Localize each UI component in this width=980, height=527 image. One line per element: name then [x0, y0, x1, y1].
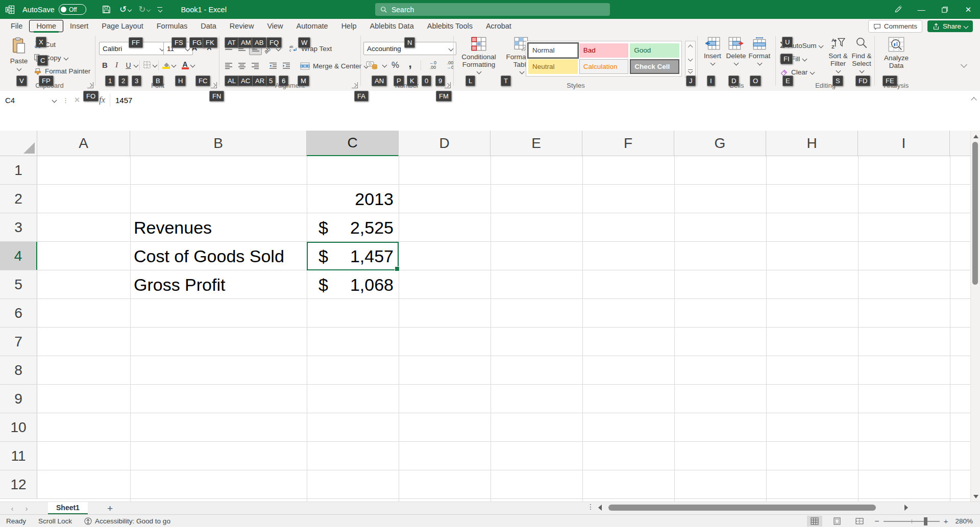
autosave-toggle[interactable]: Off: [59, 4, 86, 15]
tab-acrobat[interactable]: Acrobat: [479, 20, 518, 32]
tab-split-handle[interactable]: ⋮: [587, 503, 595, 511]
merge-center-button[interactable]: Merge & Center: [300, 59, 368, 72]
name-box-dropdown-icon[interactable]: [52, 97, 57, 103]
style-good[interactable]: Good: [630, 43, 679, 58]
alignment-dialog-launcher[interactable]: [352, 82, 358, 88]
select-all-corner[interactable]: [0, 131, 37, 156]
column-header-f[interactable]: F: [582, 131, 674, 156]
zoom-in-icon[interactable]: +: [944, 517, 948, 525]
row-header-9[interactable]: 9: [0, 385, 37, 413]
vertical-scroll-thumb[interactable]: [972, 142, 978, 285]
new-sheet-button[interactable]: +: [107, 503, 113, 514]
scroll-right-icon[interactable]: [904, 505, 908, 511]
delete-cells-button[interactable]: Delete: [725, 37, 747, 65]
borders-button[interactable]: [141, 59, 153, 71]
zoom-slider[interactable]: − +: [874, 517, 948, 526]
accounting-format-button[interactable]: [364, 59, 380, 71]
search-input[interactable]: Search: [375, 3, 610, 16]
column-header-b[interactable]: B: [130, 131, 307, 156]
find-select-dropdown-icon[interactable]: [859, 68, 864, 73]
fill-color-dropdown-icon[interactable]: [172, 63, 177, 68]
font-dialog-launcher[interactable]: [211, 82, 217, 88]
cell-B3[interactable]: Revenues: [130, 213, 307, 242]
row-header-7[interactable]: 7: [0, 328, 37, 356]
cell-B5[interactable]: Gross Profit: [130, 270, 307, 299]
sheet-tab-sheet1[interactable]: Sheet1: [48, 502, 88, 515]
paste-button[interactable]: Paste: [7, 37, 31, 70]
increase-decimal-button[interactable]: ←0.00: [426, 59, 440, 71]
zoom-slider-thumb[interactable]: [924, 517, 927, 525]
tab-ablebits-data[interactable]: Ablebits Data: [363, 20, 420, 32]
fill-color-button[interactable]: [160, 59, 172, 71]
column-header-e[interactable]: E: [491, 131, 582, 156]
format-as-table-dropdown-icon[interactable]: [519, 69, 524, 74]
gallery-scroll-up-icon[interactable]: [688, 45, 693, 50]
font-color-dropdown-icon[interactable]: [190, 63, 195, 68]
tab-view[interactable]: View: [260, 20, 289, 32]
scroll-left-icon[interactable]: [598, 505, 602, 511]
accessibility-status[interactable]: Accessibility: Good to go: [84, 517, 170, 525]
close-button[interactable]: ✕: [957, 0, 980, 19]
row-header-11[interactable]: 11: [0, 442, 37, 470]
scroll-down-icon[interactable]: [973, 495, 978, 498]
sort-filter-dropdown-icon[interactable]: [836, 68, 841, 73]
share-button[interactable]: Share: [927, 20, 973, 32]
row-header-5[interactable]: 5: [0, 270, 37, 298]
font-color-button[interactable]: A: [179, 59, 191, 71]
number-dialog-launcher[interactable]: [445, 82, 451, 88]
insert-dropdown-icon[interactable]: [710, 61, 715, 66]
sort-filter-button[interactable]: AZ Sort & Filter: [827, 37, 849, 72]
tab-file[interactable]: File: [4, 20, 29, 32]
comma-style-button[interactable]: ,: [404, 59, 416, 71]
fill-dropdown-icon[interactable]: [802, 56, 807, 61]
tab-data[interactable]: Data: [194, 20, 223, 32]
minimize-button[interactable]: —: [910, 0, 933, 19]
tab-help[interactable]: Help: [335, 20, 363, 32]
page-break-preview-button[interactable]: [852, 516, 867, 526]
column-header-a[interactable]: A: [37, 131, 130, 156]
row-header-4[interactable]: 4: [0, 242, 37, 270]
formula-input[interactable]: 1457: [115, 96, 132, 105]
style-neutral[interactable]: Neutral: [528, 59, 578, 74]
increase-indent-icon[interactable]: [280, 60, 292, 72]
tab-ablebits-tools[interactable]: Ablebits Tools: [421, 20, 479, 32]
normal-view-button[interactable]: [807, 516, 822, 526]
row-header-12[interactable]: 12: [0, 470, 37, 498]
gallery-scrollbar[interactable]: [685, 41, 696, 78]
worksheet-grid[interactable]: A B C D E F G H I 1 2 3 4 5 6 7 8 9 10 1…: [0, 131, 971, 501]
underline-dropdown-icon[interactable]: [134, 63, 139, 68]
row-header-8[interactable]: 8: [0, 356, 37, 384]
column-header-partial[interactable]: [950, 131, 971, 156]
percent-style-button[interactable]: %: [389, 59, 401, 71]
maximize-button[interactable]: [933, 0, 957, 19]
row-header-1[interactable]: 1: [0, 156, 37, 184]
collapse-ribbon-icon[interactable]: [961, 61, 967, 68]
column-header-i[interactable]: I: [858, 131, 950, 156]
fill-handle[interactable]: [395, 266, 400, 271]
row-header-6[interactable]: 6: [0, 299, 37, 327]
comments-button[interactable]: Comments: [868, 20, 922, 33]
wrap-text-button[interactable]: abc Wrap Text: [289, 42, 332, 55]
delete-dropdown-icon[interactable]: [733, 61, 739, 66]
conditional-formatting-button[interactable]: Conditional Formatting: [456, 37, 501, 73]
row-header-3[interactable]: 3: [0, 213, 37, 241]
undo-dropdown-icon[interactable]: [128, 7, 132, 11]
tab-review[interactable]: Review: [223, 20, 261, 32]
style-calculation[interactable]: Calculation: [579, 59, 629, 74]
tab-insert[interactable]: Insert: [63, 20, 95, 32]
save-icon[interactable]: [102, 5, 111, 14]
format-cells-button[interactable]: Format: [748, 37, 771, 65]
sheet-prev-icon[interactable]: ‹: [5, 504, 19, 513]
vertical-scrollbar[interactable]: [970, 131, 980, 501]
style-bad[interactable]: Bad: [579, 43, 629, 58]
gallery-scroll-down-icon[interactable]: [688, 57, 693, 62]
cell-C3[interactable]: $ 2,525: [307, 213, 399, 242]
align-center-icon[interactable]: [236, 60, 248, 72]
zoom-out-icon[interactable]: −: [874, 517, 879, 526]
tab-home[interactable]: Home: [29, 20, 63, 32]
align-left-icon[interactable]: [223, 60, 234, 72]
italic-button[interactable]: I: [111, 59, 122, 71]
tab-page-layout[interactable]: Page Layout: [95, 20, 150, 32]
clear-dropdown-icon[interactable]: [810, 69, 815, 74]
style-normal[interactable]: Normal: [528, 43, 578, 58]
